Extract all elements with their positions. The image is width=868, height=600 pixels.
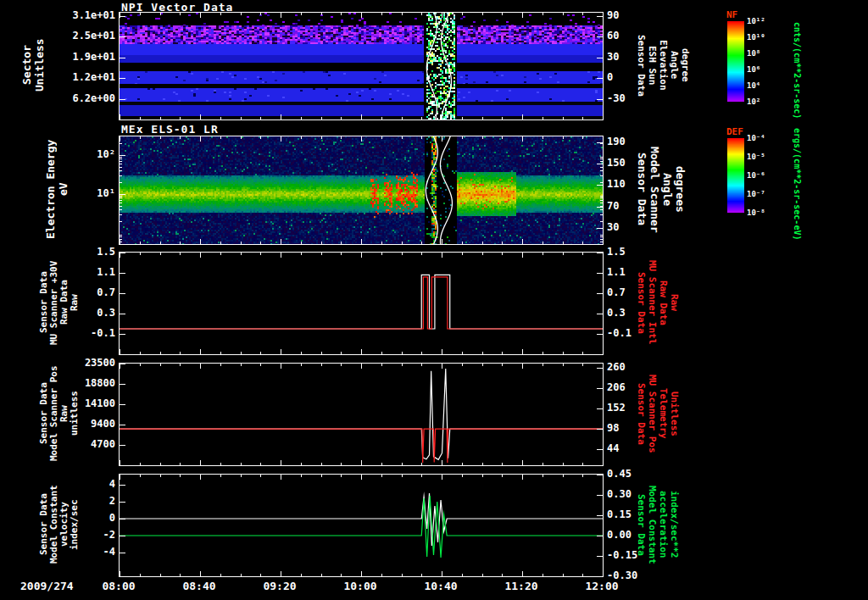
panel2-left-axis-label: Electron Energy [44, 136, 57, 243]
colorbar-def-tick: 10⁻⁶ [747, 171, 786, 180]
panel1-left-axis-label: Unitless [33, 12, 46, 119]
panel5-right-axis-label: index/sec**2 [669, 474, 680, 575]
panel2-left-axis-label: eV [57, 136, 70, 243]
panel1-right-axis-label: Elevation [658, 12, 669, 119]
panel1-ytick-left: 6.2e+00 [53, 92, 115, 104]
panel2-right-axis-label: Model Scanner [648, 136, 661, 243]
panel2-title: MEx ELS-01 LR [121, 123, 219, 136]
panel5-right-axis-label: acceleration [658, 474, 669, 575]
panel4-line-canvas [119, 363, 604, 466]
panel4-right-axis-label: Sensor Data [636, 363, 647, 464]
colorbar-def-units: ergs/(cm**2-sr-sec-eV) [792, 128, 803, 241]
panel4-right-axis-label: Telemetry [658, 363, 669, 464]
x-axis-tick-label: 11:20 [492, 580, 550, 592]
colorbar-nf-tick: 10¹² [747, 17, 786, 25]
panel3-right-axis-label: MU Scanner Intl [647, 252, 658, 353]
panel1-ytick-left: 3.1e+01 [53, 9, 115, 21]
x-axis-tick-label: 10:00 [331, 580, 389, 592]
panel5-left-axis-label: index/sec [70, 474, 80, 575]
colorbar-nf-tick: 10¹⁰ [747, 33, 786, 42]
x-axis-tick-label: 10:40 [412, 580, 470, 592]
colorbar-def-tick: 10⁻⁷ [747, 190, 786, 198]
panel4-right-axis-label: Unitless [669, 363, 680, 464]
colorbar-nf-units: cnts/(cm**2-sr-sec) [792, 11, 803, 130]
x-axis-tick-label: 08:40 [170, 580, 228, 592]
colorbar-def-label: DEF [726, 126, 743, 137]
x-axis-tick-label: 12:00 [573, 580, 631, 592]
x-axis-date-label: 2009/274 [20, 580, 74, 592]
panel1-ytick-left: 1.2e+01 [53, 71, 115, 83]
panel5-right-axis-label: Sensor Data [636, 474, 647, 575]
panel2-right-axis-label: Angle [661, 136, 674, 243]
panel4-right-axis-label: MU Scanner Pos [647, 363, 658, 464]
plot-figure: NPI Vector Data MEx ELS-01 LR NF DEF 200… [0, 0, 868, 600]
colorbar-nf-tick: 10² [747, 97, 786, 106]
panel3-left-axis-label: Raw [70, 252, 80, 353]
panel5-right-axis-label: Model Constant [647, 474, 658, 575]
panel3-right-axis-label: Raw Data [658, 252, 669, 353]
x-axis-tick-label: 09:20 [251, 580, 309, 592]
colorbar-nf-label: NF [726, 9, 737, 20]
colorbar-nf [727, 21, 744, 102]
panel3-right-axis-label: Raw [669, 252, 680, 353]
panel3-line-canvas [119, 252, 604, 355]
colorbar-nf-tick: 10⁴ [747, 81, 786, 90]
x-axis-tick-label: 08:00 [90, 580, 147, 592]
panel1-ytick-left: 1.9e+01 [53, 51, 115, 63]
panel1-spectrogram-canvas [119, 12, 604, 120]
panel1-right-axis-label: degree [680, 12, 691, 119]
panel4-left-axis-label: unitless [70, 363, 80, 464]
colorbar-def [727, 138, 744, 213]
panel1-left-axis-label: Sector [20, 12, 33, 119]
panel1-right-axis-label: ESH Sun [647, 12, 658, 119]
panel3-right-axis-label: Sensor Data [636, 252, 647, 353]
colorbar-def-tick: 10⁻⁵ [747, 153, 786, 161]
colorbar-def-tick: 10⁻⁸ [747, 208, 786, 217]
colorbar-nf-tick: 10⁶ [747, 65, 786, 74]
panel2-right-axis-label: Sensor Data [636, 136, 648, 243]
panel5-line-canvas [119, 474, 604, 577]
colorbar-nf-tick: 10⁸ [747, 49, 786, 58]
panel1-right-axis-label: Sensor Data [636, 12, 647, 119]
colorbar-def-tick: 10⁻⁴ [747, 134, 786, 142]
panel2-spectrogram-canvas [119, 136, 604, 245]
panel1-right-axis-label: Angle [669, 12, 680, 119]
panel2-right-axis-label: degrees [674, 136, 687, 243]
panel1-ytick-left: 2.5e+01 [53, 30, 115, 42]
